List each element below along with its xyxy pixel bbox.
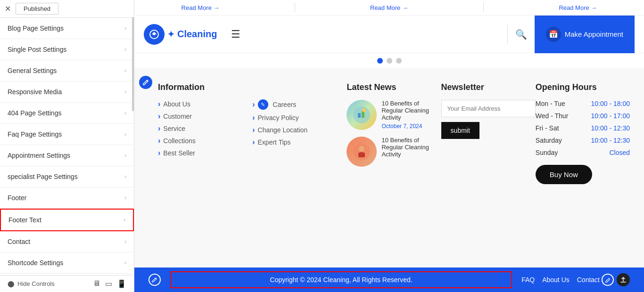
footer-section-edit-icon[interactable] [139, 76, 152, 89]
mobile-icon[interactable]: 📱 [117, 279, 126, 288]
footer-bar-upload-icon[interactable] [617, 273, 630, 286]
sub-link-expert[interactable]: Expert Tips [252, 138, 347, 146]
news-content-1: 10 Benefits of Regular Cleaning Activity… [381, 100, 441, 130]
sidebar-item-appointment-settings[interactable]: Appointment Settings› [0, 145, 134, 166]
news-title: Latest News [347, 82, 441, 92]
sidebar-item-footer[interactable]: Footer› [0, 187, 134, 209]
sub-link-careers[interactable]: ✎ Careers [252, 99, 347, 110]
sidebar-bottom-bar: ⬤ Hide Controls 🖥 ▭ 📱 [0, 275, 134, 292]
service-label: Service [163, 125, 185, 132]
search-icon[interactable]: 🔍 [515, 29, 527, 40]
footer-link-contact[interactable]: Contact [577, 276, 600, 284]
footer-link-about[interactable]: About Us [542, 276, 570, 284]
hours-row-3: Fri - Sat 10:00 - 12:30 [536, 124, 630, 132]
news-content-2: 10 Benefits of Regular Cleaning Activity [381, 137, 441, 158]
privacy-label: Privacy Policy [258, 114, 299, 122]
footer-col-hours: Opening Hours Mon - Tue 10:00 - 18:00 We… [536, 82, 630, 184]
expert-tips-label: Expert Tips [258, 138, 291, 146]
chevron-icon-responsive-media: › [124, 89, 126, 95]
sidebar-item-shortcode-settings[interactable]: Shortcode Settings› [0, 252, 134, 274]
hamburger-icon[interactable]: ☰ [231, 28, 240, 41]
info-link-bestseller[interactable]: Best Seller [158, 149, 252, 157]
site-header: ✦ Cleaning ☰ 🔍 📅 Make Appointment [134, 16, 644, 53]
hours-time-1: 10:00 - 18:00 [591, 100, 630, 107]
careers-label: Careers [273, 101, 297, 108]
sidebar-item-general-settings[interactable]: General Settings› [0, 60, 134, 81]
read-more-link-2[interactable]: Read More → [370, 4, 408, 11]
hours-closed-5: Closed [609, 149, 630, 156]
tablet-icon[interactable]: ▭ [105, 279, 112, 288]
slider-dot-2[interactable] [387, 58, 392, 64]
make-appointment-button[interactable]: 📅 Make Appointment [535, 16, 635, 53]
hours-label-1: Mon - Tue [536, 100, 565, 107]
sidebar: ✕ Published Blog Page Settings›Single Po… [0, 0, 134, 292]
email-input[interactable] [441, 100, 536, 117]
info-link-about[interactable]: About Us [158, 100, 252, 108]
chevron-icon-single-post-settings: › [124, 46, 126, 53]
desktop-icon[interactable]: 🖥 [93, 279, 100, 288]
submit-button[interactable]: submit [441, 122, 479, 139]
hours-row-2: Wed - Thur 10:00 - 17:00 [536, 112, 630, 120]
hours-row-4: Saturday 10:00 - 12:30 [536, 137, 630, 144]
hours-time-2: 10:00 - 17:00 [591, 112, 630, 120]
sidebar-item-404-page-settings[interactable]: 404 Page Settings› [0, 103, 134, 124]
hours-title: Opening Hours [536, 82, 630, 92]
footer-links: FAQ About Us Contact [521, 276, 600, 284]
sub-link-privacy[interactable]: Privacy Policy [252, 114, 347, 122]
info-link-customer[interactable]: Customer [158, 112, 252, 121]
hours-row-5: Sunday Closed [536, 149, 630, 156]
chevron-icon-faq-page-settings: › [124, 131, 126, 138]
sidebar-item-faq-page-settings[interactable]: Faq Page Settings› [0, 124, 134, 145]
read-more-link-1[interactable]: Read More → [182, 4, 220, 11]
sidebar-items-list: Blog Page Settings›Single Post Settings›… [0, 18, 134, 275]
slider-dots [134, 53, 644, 68]
sidebar-scrollbar[interactable] [132, 17, 134, 111]
footer-bar-edit-icon[interactable] [149, 274, 161, 286]
chevron-icon-blog-page-settings: › [124, 25, 126, 32]
buy-now-button[interactable]: Buy Now [536, 165, 592, 184]
sidebar-item-label-specialist-page-settings: specialist Page Settings [8, 173, 78, 180]
svg-point-1 [153, 33, 155, 35]
news-text-1: 10 Benefits of Regular Cleaning Activity [381, 100, 441, 121]
footer-link-faq[interactable]: FAQ [521, 276, 535, 284]
main-content: Read More → Read More → Read More → ✦ Cl… [134, 0, 644, 292]
hide-controls-toggle[interactable]: ⬤ Hide Controls [8, 280, 55, 287]
slider-dot-3[interactable] [396, 58, 402, 64]
info-link-collections[interactable]: Collections [158, 137, 252, 145]
hours-time-3: 10:00 - 12:30 [591, 124, 630, 132]
sidebar-view-icons: 🖥 ▭ 📱 [93, 279, 126, 288]
sidebar-item-blog-page-settings[interactable]: Blog Page Settings› [0, 18, 134, 39]
sidebar-item-single-post-settings[interactable]: Single Post Settings› [0, 39, 134, 60]
news-image-2 [347, 137, 377, 167]
read-more-link-3[interactable]: Read More → [559, 4, 597, 11]
footer-col-information: Information About Us Customer Service Co… [158, 82, 252, 184]
sidebar-item-footer-text[interactable]: Footer Text› [0, 209, 134, 231]
information-title: Information [158, 82, 252, 92]
sidebar-item-label-single-post-settings: Single Post Settings [8, 46, 66, 53]
footer-bar-edit2-icon[interactable] [602, 274, 614, 286]
sidebar-top-bar: ✕ Published [0, 0, 134, 18]
svg-rect-3 [358, 113, 361, 118]
customer-label: Customer [163, 113, 192, 120]
sidebar-item-responsive-media[interactable]: Responsive Media› [0, 81, 134, 103]
bestseller-label: Best Seller [163, 149, 195, 157]
sidebar-item-contact[interactable]: Contact› [0, 231, 134, 252]
chevron-icon-contact: › [124, 238, 126, 245]
footer-col-news: Latest News 10 Benefits of Regular Clean… [347, 82, 441, 184]
sub-link-location[interactable]: Change Location [252, 126, 347, 134]
close-button[interactable]: ✕ [5, 4, 11, 13]
sidebar-item-label-404-page-settings: 404 Page Settings [8, 109, 61, 117]
site-logo[interactable]: ✦ Cleaning [144, 24, 217, 45]
divider-2 [483, 3, 484, 12]
published-button[interactable]: Published [16, 3, 58, 15]
sidebar-item-label-footer-text: Footer Text [8, 216, 41, 224]
circle-dot-icon: ⬤ [8, 280, 15, 287]
sidebar-item-label-responsive-media: Responsive Media [8, 88, 62, 96]
hide-controls-label: Hide Controls [17, 280, 55, 287]
slider-dot-1[interactable] [377, 58, 383, 64]
header-divider [507, 25, 508, 44]
sidebar-item-specialist-page-settings[interactable]: specialist Page Settings› [0, 166, 134, 187]
sub-links: ✎ Careers Privacy Policy Change Location… [252, 99, 347, 146]
make-appointment-label: Make Appointment [565, 30, 623, 38]
info-link-service[interactable]: Service [158, 124, 252, 133]
